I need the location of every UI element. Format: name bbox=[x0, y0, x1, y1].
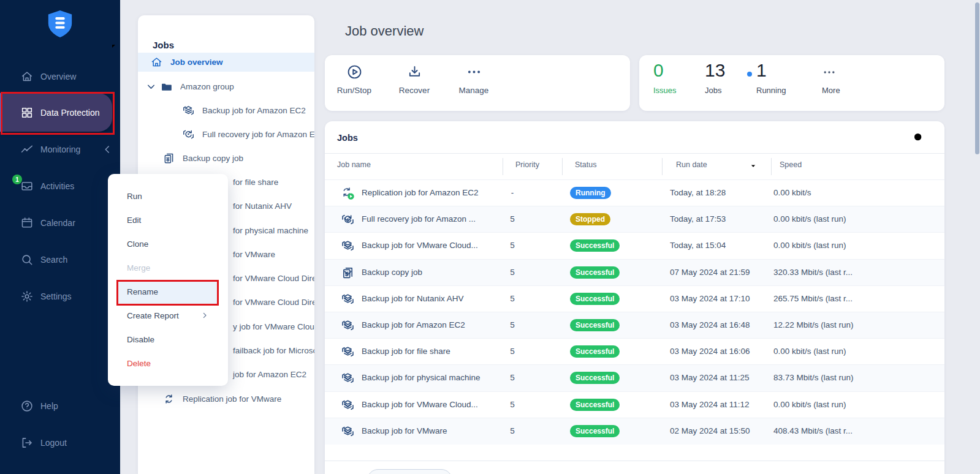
tree-item-fragment[interactable]: y job for VMware Cloud bbox=[233, 322, 314, 331]
sidebar-item-help[interactable]: Help bbox=[0, 394, 120, 418]
toolbar-button-manage[interactable]: Manage bbox=[447, 64, 500, 103]
table-row-backup-job-for-vmware[interactable]: Backup job for VMware 5 Successful 02 Ma… bbox=[325, 418, 944, 445]
tree-item-replication-job-for-vmware[interactable]: Replication job for VMware bbox=[138, 387, 314, 411]
sidebar-item-settings[interactable]: Settings bbox=[0, 284, 120, 309]
speed: 12.22 Mbit/s (last run) bbox=[773, 320, 854, 329]
menu-item-clone[interactable]: Clone bbox=[108, 232, 228, 256]
table-footer-button[interactable] bbox=[367, 469, 452, 474]
table-row-backup-job-for-physical-machine[interactable]: Backup job for physical machine 5 Succes… bbox=[325, 364, 944, 391]
menu-item-run[interactable]: Run bbox=[108, 184, 228, 208]
toolbar-button-run-stop[interactable]: Run/Stop bbox=[328, 64, 381, 103]
job-priority: 5 bbox=[506, 426, 518, 435]
stat-issues[interactable]: 0 Issues bbox=[653, 55, 696, 111]
jobs-panel-title: Jobs bbox=[153, 40, 174, 50]
sidebar-item-data-protection[interactable]: Data Protection bbox=[0, 100, 120, 125]
job-name[interactable]: Backup job for VMware bbox=[362, 426, 447, 435]
stats-more-button[interactable]: More bbox=[822, 55, 859, 111]
tree-item-fragment[interactable]: for physical machine bbox=[233, 226, 308, 235]
table-row-backup-copy-job[interactable]: Backup copy job 5 Successful 07 May 2024… bbox=[325, 259, 944, 286]
menu-item-label: Rename bbox=[127, 287, 158, 296]
tree-item-job-overview[interactable]: Job overview bbox=[138, 53, 314, 72]
ellipsis-icon bbox=[466, 64, 482, 80]
job-name[interactable]: Backup job for Amazon EC2 bbox=[362, 320, 465, 329]
tree-item-fragment[interactable]: job for Amazon EC2 bbox=[233, 370, 306, 379]
tree-item-fragment[interactable]: for Nutanix AHV bbox=[233, 201, 292, 211]
column-separator bbox=[562, 158, 563, 175]
column-header-run-date[interactable]: Run date bbox=[676, 160, 707, 169]
job-name[interactable]: Backup job for file share bbox=[362, 347, 450, 356]
home-icon bbox=[150, 56, 163, 69]
sidebar-collapse-icon[interactable] bbox=[110, 43, 118, 50]
toolbar-button-recover[interactable]: Recover bbox=[388, 64, 441, 103]
search-icon bbox=[20, 253, 34, 266]
menu-item-label: Clone bbox=[127, 239, 148, 249]
job-name[interactable]: Backup job for VMware Cloud... bbox=[362, 400, 478, 409]
stat-running[interactable]: 1 Running bbox=[756, 55, 799, 111]
table-row-full-recovery-job-for-amazon[interactable]: Full recovery job for Amazon ... 5 Stopp… bbox=[325, 206, 944, 233]
status-badge: Successful bbox=[570, 239, 620, 252]
priority-dropdown-chevron-icon[interactable] bbox=[341, 318, 355, 333]
job-name[interactable]: Backup job for physical machine bbox=[362, 373, 481, 382]
menu-item-create-report[interactable]: Create Report bbox=[108, 304, 228, 328]
sidebar-item-search[interactable]: Search bbox=[0, 247, 120, 272]
tree-item-fragment[interactable]: for VMware Cloud Direc bbox=[233, 274, 314, 283]
stat-jobs[interactable]: 13 Jobs bbox=[705, 55, 748, 111]
sidebar-item-monitoring[interactable]: Monitoring bbox=[0, 137, 120, 162]
table-row-backup-job-for-file-share[interactable]: Backup job for file share 5 Successful 0… bbox=[325, 338, 944, 365]
column-header-status[interactable]: Status bbox=[575, 160, 596, 169]
menu-item-delete[interactable]: Delete bbox=[108, 352, 228, 375]
speed: 83.73 Mbit/s (last run) bbox=[773, 373, 854, 382]
menu-item-rename[interactable]: Rename bbox=[108, 280, 228, 304]
table-row-backup-job-for-vmware-cloud[interactable]: Backup job for VMware Cloud... 5 Success… bbox=[325, 232, 944, 259]
job-name[interactable]: Backup job for VMware Cloud... bbox=[362, 241, 478, 250]
priority-dropdown-chevron-icon[interactable] bbox=[341, 292, 355, 306]
table-row-backup-job-for-nutanix-ahv[interactable]: Backup job for Nutanix AHV 5 Successful … bbox=[325, 285, 944, 312]
priority-dropdown-chevron-icon[interactable] bbox=[341, 239, 355, 253]
activities-count-badge: 1 bbox=[12, 175, 22, 184]
chevron-left-icon[interactable] bbox=[101, 143, 114, 156]
sidebar-item-calendar[interactable]: Calendar bbox=[0, 211, 120, 235]
tree-item-label: Backup copy job bbox=[183, 154, 243, 163]
job-priority: 5 bbox=[506, 320, 518, 329]
priority-dropdown-chevron-icon[interactable] bbox=[341, 398, 355, 412]
tree-item-fragment[interactable]: failback job for Microsof bbox=[233, 346, 314, 355]
add-job-plus-icon[interactable] bbox=[289, 39, 303, 53]
priority-dropdown-chevron-icon[interactable] bbox=[341, 371, 355, 385]
tree-item-fragment[interactable]: for VMware Cloud Direc bbox=[233, 298, 314, 307]
sidebar-item-overview[interactable]: Overview bbox=[0, 64, 120, 89]
priority-dropdown-chevron-icon[interactable] bbox=[341, 345, 355, 359]
stat-label: Running bbox=[756, 86, 786, 95]
status-badge: Successful bbox=[570, 372, 620, 384]
speed: 0.00 kbit/s (last run) bbox=[773, 347, 846, 356]
table-row-replication-job-for-amazon-ec2[interactable]: Replication job for Amazon EC2 - Running… bbox=[325, 179, 944, 206]
tree-item-amazon-group[interactable]: Amazon group bbox=[138, 75, 314, 99]
column-header-speed[interactable]: Speed bbox=[780, 160, 802, 169]
column-header-job-name[interactable]: Job name bbox=[337, 160, 371, 169]
tree-item-fragment[interactable]: for file share bbox=[233, 178, 278, 187]
page-scrollbar-thumb[interactable] bbox=[975, 2, 979, 154]
speed: 0.00 kbit/s (last run) bbox=[773, 241, 846, 250]
job-name[interactable]: Replication job for Amazon EC2 bbox=[362, 188, 479, 197]
tree-item-fragment[interactable]: for VMware bbox=[233, 250, 275, 259]
priority-dropdown-chevron-icon[interactable] bbox=[341, 266, 355, 280]
table-row-backup-job-for-amazon-ec2[interactable]: Backup job for Amazon EC2 5 Successful 0… bbox=[325, 312, 944, 339]
tree-item-backup-job-for-amazon-ec2[interactable]: Backup job for Amazon EC2 bbox=[138, 99, 314, 122]
chevron-down-icon[interactable] bbox=[145, 80, 158, 93]
menu-item-disable[interactable]: Disable bbox=[108, 328, 228, 352]
run-date: 02 May 2024 at 15:50 bbox=[670, 426, 750, 435]
tree-item-full-recovery-job-for-amazon-e[interactable]: Full recovery job for Amazon E bbox=[138, 122, 314, 146]
job-name[interactable]: Backup copy job bbox=[362, 268, 422, 277]
job-name[interactable]: Backup job for Nutanix AHV bbox=[362, 294, 464, 303]
job-name[interactable]: Full recovery job for Amazon ... bbox=[362, 214, 476, 224]
sidebar-item-activities[interactable]: 1 Activities bbox=[0, 174, 120, 198]
column-header-priority[interactable]: Priority bbox=[515, 160, 539, 169]
sidebar-item-logout[interactable]: Logout bbox=[0, 431, 120, 455]
table-row-backup-job-for-vmware-cloud[interactable]: Backup job for VMware Cloud... 5 Success… bbox=[325, 391, 944, 418]
sort-chevron-down-icon[interactable] bbox=[749, 162, 758, 170]
logout-icon bbox=[20, 436, 34, 450]
priority-dropdown-chevron-icon[interactable] bbox=[341, 424, 355, 438]
search-icon[interactable] bbox=[912, 131, 925, 144]
menu-item-edit[interactable]: Edit bbox=[108, 208, 228, 232]
priority-dropdown-chevron-icon[interactable] bbox=[341, 213, 355, 227]
tree-item-backup-copy-job[interactable]: Backup copy job bbox=[138, 146, 314, 170]
